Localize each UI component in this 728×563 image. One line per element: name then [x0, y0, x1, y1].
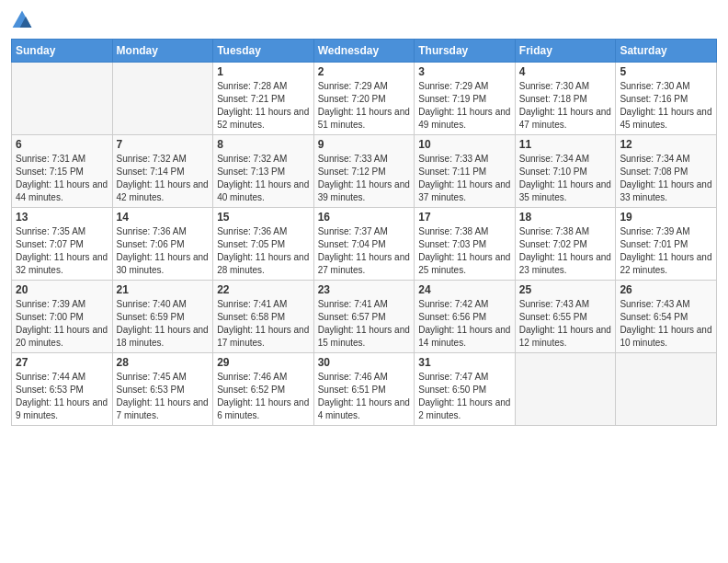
day-detail: Sunrise: 7:34 AMSunset: 7:10 PMDaylight:… — [519, 154, 611, 202]
week-row-5: 27Sunrise: 7:44 AMSunset: 6:53 PMDayligh… — [12, 353, 717, 426]
day-number: 7 — [117, 138, 210, 151]
day-detail: Sunrise: 7:41 AMSunset: 6:58 PMDaylight:… — [217, 299, 309, 348]
day-number: 29 — [217, 356, 310, 369]
calendar-cell: 12Sunrise: 7:34 AMSunset: 7:08 PMDayligh… — [616, 135, 717, 208]
day-number: 14 — [117, 211, 210, 224]
day-header-saturday: Saturday — [616, 40, 717, 63]
day-detail: Sunrise: 7:43 AMSunset: 6:54 PMDaylight:… — [620, 299, 711, 348]
day-number: 1 — [217, 65, 310, 78]
day-detail: Sunrise: 7:44 AMSunset: 6:53 PMDaylight:… — [16, 372, 108, 420]
calendar-cell: 7Sunrise: 7:32 AMSunset: 7:14 PMDaylight… — [112, 135, 213, 208]
day-detail: Sunrise: 7:36 AMSunset: 7:06 PMDaylight:… — [117, 226, 209, 275]
logo — [11, 9, 37, 31]
day-number: 24 — [418, 283, 511, 296]
calendar-cell: 1Sunrise: 7:28 AMSunset: 7:21 PMDaylight… — [213, 63, 314, 135]
day-number: 30 — [318, 356, 411, 369]
day-header-wednesday: Wednesday — [313, 40, 415, 63]
day-detail: Sunrise: 7:45 AMSunset: 6:53 PMDaylight:… — [117, 372, 209, 420]
day-number: 19 — [620, 211, 712, 224]
page-container: SundayMondayTuesdayWednesdayThursdayFrid… — [0, 0, 728, 435]
day-number: 4 — [519, 65, 612, 78]
calendar-cell: 14Sunrise: 7:36 AMSunset: 7:06 PMDayligh… — [112, 208, 213, 281]
calendar-cell: 17Sunrise: 7:38 AMSunset: 7:03 PMDayligh… — [415, 208, 516, 281]
day-detail: Sunrise: 7:46 AMSunset: 6:52 PMDaylight:… — [217, 372, 309, 420]
calendar-cell: 10Sunrise: 7:33 AMSunset: 7:11 PMDayligh… — [415, 135, 516, 208]
day-detail: Sunrise: 7:31 AMSunset: 7:15 PMDaylight:… — [16, 154, 108, 202]
day-number: 16 — [318, 211, 411, 224]
day-number: 15 — [217, 211, 310, 224]
calendar-cell — [12, 63, 113, 135]
day-number: 11 — [519, 138, 612, 151]
calendar-cell — [515, 353, 616, 426]
day-number: 12 — [620, 138, 712, 151]
day-detail: Sunrise: 7:38 AMSunset: 7:02 PMDaylight:… — [519, 226, 611, 275]
day-number: 10 — [418, 138, 511, 151]
day-header-friday: Friday — [515, 40, 616, 63]
day-number: 6 — [16, 138, 108, 151]
calendar-cell: 25Sunrise: 7:43 AMSunset: 6:55 PMDayligh… — [515, 281, 616, 353]
calendar-cell: 15Sunrise: 7:36 AMSunset: 7:05 PMDayligh… — [213, 208, 314, 281]
day-number: 5 — [620, 65, 712, 78]
day-number: 22 — [217, 283, 310, 296]
calendar-cell: 13Sunrise: 7:35 AMSunset: 7:07 PMDayligh… — [12, 208, 113, 281]
calendar-cell: 8Sunrise: 7:32 AMSunset: 7:13 PMDaylight… — [213, 135, 314, 208]
calendar-cell: 27Sunrise: 7:44 AMSunset: 6:53 PMDayligh… — [12, 353, 113, 426]
day-header-sunday: Sunday — [12, 40, 113, 63]
calendar-cell: 24Sunrise: 7:42 AMSunset: 6:56 PMDayligh… — [415, 281, 516, 353]
calendar-cell: 11Sunrise: 7:34 AMSunset: 7:10 PMDayligh… — [515, 135, 616, 208]
day-number: 13 — [16, 211, 108, 224]
calendar-cell: 9Sunrise: 7:33 AMSunset: 7:12 PMDaylight… — [313, 135, 415, 208]
day-detail: Sunrise: 7:28 AMSunset: 7:21 PMDaylight:… — [217, 81, 309, 130]
day-number: 2 — [318, 65, 411, 78]
calendar-cell: 3Sunrise: 7:29 AMSunset: 7:19 PMDaylight… — [415, 63, 516, 135]
week-row-3: 13Sunrise: 7:35 AMSunset: 7:07 PMDayligh… — [12, 208, 717, 281]
day-detail: Sunrise: 7:47 AMSunset: 6:50 PMDaylight:… — [418, 372, 510, 420]
calendar-cell: 26Sunrise: 7:43 AMSunset: 6:54 PMDayligh… — [616, 281, 717, 353]
calendar-cell — [112, 63, 213, 135]
calendar-cell: 29Sunrise: 7:46 AMSunset: 6:52 PMDayligh… — [213, 353, 314, 426]
calendar-cell: 16Sunrise: 7:37 AMSunset: 7:04 PMDayligh… — [313, 208, 415, 281]
day-number: 8 — [217, 138, 310, 151]
calendar-cell: 2Sunrise: 7:29 AMSunset: 7:20 PMDaylight… — [313, 63, 415, 135]
day-number: 23 — [318, 283, 411, 296]
day-detail: Sunrise: 7:33 AMSunset: 7:12 PMDaylight:… — [318, 154, 410, 202]
day-detail: Sunrise: 7:39 AMSunset: 7:00 PMDaylight:… — [16, 299, 108, 348]
day-detail: Sunrise: 7:38 AMSunset: 7:03 PMDaylight:… — [418, 226, 510, 275]
calendar-cell: 31Sunrise: 7:47 AMSunset: 6:50 PMDayligh… — [415, 353, 516, 426]
day-number: 18 — [519, 211, 612, 224]
day-detail: Sunrise: 7:39 AMSunset: 7:01 PMDaylight:… — [620, 226, 711, 275]
week-row-4: 20Sunrise: 7:39 AMSunset: 7:00 PMDayligh… — [12, 281, 717, 353]
day-header-thursday: Thursday — [415, 40, 516, 63]
day-detail: Sunrise: 7:37 AMSunset: 7:04 PMDaylight:… — [318, 226, 410, 275]
header-row: SundayMondayTuesdayWednesdayThursdayFrid… — [12, 40, 717, 63]
day-detail: Sunrise: 7:42 AMSunset: 6:56 PMDaylight:… — [418, 299, 510, 348]
day-number: 3 — [418, 65, 511, 78]
header — [11, 9, 717, 31]
day-detail: Sunrise: 7:30 AMSunset: 7:16 PMDaylight:… — [620, 81, 711, 130]
day-number: 9 — [318, 138, 411, 151]
day-detail: Sunrise: 7:46 AMSunset: 6:51 PMDaylight:… — [318, 372, 410, 420]
calendar-cell: 19Sunrise: 7:39 AMSunset: 7:01 PMDayligh… — [616, 208, 717, 281]
calendar-cell: 18Sunrise: 7:38 AMSunset: 7:02 PMDayligh… — [515, 208, 616, 281]
calendar-cell: 30Sunrise: 7:46 AMSunset: 6:51 PMDayligh… — [313, 353, 415, 426]
logo-icon — [11, 9, 33, 31]
calendar-cell — [616, 353, 717, 426]
day-number: 28 — [117, 356, 210, 369]
calendar-cell: 5Sunrise: 7:30 AMSunset: 7:16 PMDaylight… — [616, 63, 717, 135]
day-number: 27 — [16, 356, 108, 369]
day-detail: Sunrise: 7:34 AMSunset: 7:08 PMDaylight:… — [620, 154, 711, 202]
day-detail: Sunrise: 7:41 AMSunset: 6:57 PMDaylight:… — [318, 299, 410, 348]
day-detail: Sunrise: 7:32 AMSunset: 7:13 PMDaylight:… — [217, 154, 309, 202]
day-number: 26 — [620, 283, 712, 296]
calendar-cell: 22Sunrise: 7:41 AMSunset: 6:58 PMDayligh… — [213, 281, 314, 353]
day-detail: Sunrise: 7:30 AMSunset: 7:18 PMDaylight:… — [519, 81, 611, 130]
calendar-table: SundayMondayTuesdayWednesdayThursdayFrid… — [11, 39, 717, 426]
calendar-cell: 20Sunrise: 7:39 AMSunset: 7:00 PMDayligh… — [12, 281, 113, 353]
day-detail: Sunrise: 7:40 AMSunset: 6:59 PMDaylight:… — [117, 299, 209, 348]
day-number: 17 — [418, 211, 511, 224]
day-number: 31 — [418, 356, 511, 369]
calendar-cell: 6Sunrise: 7:31 AMSunset: 7:15 PMDaylight… — [12, 135, 113, 208]
day-detail: Sunrise: 7:32 AMSunset: 7:14 PMDaylight:… — [117, 154, 209, 202]
week-row-2: 6Sunrise: 7:31 AMSunset: 7:15 PMDaylight… — [12, 135, 717, 208]
day-detail: Sunrise: 7:33 AMSunset: 7:11 PMDaylight:… — [418, 154, 510, 202]
